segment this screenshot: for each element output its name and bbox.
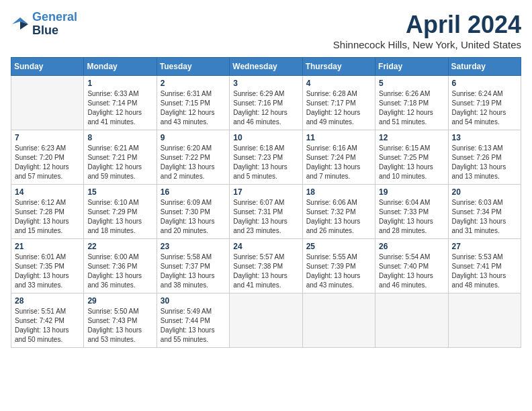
day-number: 15 — [87, 187, 152, 197]
calendar-cell: 20Sunrise: 6:03 AM Sunset: 7:34 PM Dayli… — [448, 185, 521, 239]
calendar-day-header: Sunday — [11, 58, 84, 76]
calendar-day-header: Monday — [84, 58, 157, 76]
day-info: Sunrise: 5:57 AM Sunset: 7:38 PM Dayligh… — [233, 253, 298, 290]
calendar-cell: 12Sunrise: 6:15 AM Sunset: 7:25 PM Dayli… — [375, 130, 448, 185]
day-info: Sunrise: 6:00 AM Sunset: 7:36 PM Dayligh… — [87, 253, 152, 290]
day-info: Sunrise: 6:16 AM Sunset: 7:24 PM Dayligh… — [306, 144, 371, 181]
calendar-week-row: 7Sunrise: 6:23 AM Sunset: 7:20 PM Daylig… — [11, 130, 521, 185]
day-number: 19 — [379, 187, 444, 197]
day-number: 16 — [161, 187, 226, 197]
day-info: Sunrise: 6:15 AM Sunset: 7:25 PM Dayligh… — [379, 144, 444, 181]
day-info: Sunrise: 5:55 AM Sunset: 7:39 PM Dayligh… — [306, 253, 371, 290]
day-number: 11 — [306, 133, 371, 142]
calendar-cell: 13Sunrise: 6:13 AM Sunset: 7:26 PM Dayli… — [448, 130, 521, 185]
day-info: Sunrise: 6:26 AM Sunset: 7:18 PM Dayligh… — [379, 89, 444, 127]
calendar-cell — [375, 293, 448, 348]
day-number: 2 — [161, 79, 226, 88]
calendar-week-row: 1Sunrise: 6:33 AM Sunset: 7:14 PM Daylig… — [11, 76, 521, 130]
day-info: Sunrise: 6:33 AM Sunset: 7:14 PM Dayligh… — [87, 89, 152, 127]
calendar-cell: 17Sunrise: 6:07 AM Sunset: 7:31 PM Dayli… — [230, 185, 302, 239]
day-number: 29 — [87, 296, 152, 306]
day-number: 20 — [452, 187, 517, 197]
logo-text: General Blue — [32, 11, 77, 38]
calendar-cell: 22Sunrise: 6:00 AM Sunset: 7:36 PM Dayli… — [84, 239, 157, 293]
calendar-cell: 8Sunrise: 6:21 AM Sunset: 7:21 PM Daylig… — [84, 130, 157, 185]
calendar-day-header: Wednesday — [230, 58, 302, 76]
day-info: Sunrise: 5:58 AM Sunset: 7:37 PM Dayligh… — [161, 253, 226, 290]
day-info: Sunrise: 6:31 AM Sunset: 7:15 PM Dayligh… — [161, 89, 226, 127]
day-number: 17 — [233, 187, 298, 197]
day-info: Sunrise: 5:53 AM Sunset: 7:41 PM Dayligh… — [452, 253, 517, 290]
day-info: Sunrise: 6:04 AM Sunset: 7:33 PM Dayligh… — [379, 198, 444, 236]
day-number: 8 — [87, 133, 152, 142]
calendar-day-header: Friday — [375, 58, 448, 76]
calendar-cell: 4Sunrise: 6:28 AM Sunset: 7:17 PM Daylig… — [302, 76, 375, 130]
calendar-cell: 3Sunrise: 6:29 AM Sunset: 7:16 PM Daylig… — [230, 76, 302, 130]
calendar-cell: 2Sunrise: 6:31 AM Sunset: 7:15 PM Daylig… — [157, 76, 229, 130]
day-info: Sunrise: 6:28 AM Sunset: 7:17 PM Dayligh… — [306, 89, 371, 127]
day-info: Sunrise: 6:24 AM Sunset: 7:19 PM Dayligh… — [452, 89, 517, 127]
calendar-table: SundayMondayTuesdayWednesdayThursdayFrid… — [11, 57, 521, 348]
day-info: Sunrise: 5:54 AM Sunset: 7:40 PM Dayligh… — [379, 253, 444, 290]
calendar-cell: 19Sunrise: 6:04 AM Sunset: 7:33 PM Dayli… — [375, 185, 448, 239]
calendar-cell: 27Sunrise: 5:53 AM Sunset: 7:41 PM Dayli… — [448, 239, 521, 293]
calendar-week-row: 21Sunrise: 6:01 AM Sunset: 7:35 PM Dayli… — [11, 239, 521, 293]
calendar-cell: 26Sunrise: 5:54 AM Sunset: 7:40 PM Dayli… — [375, 239, 448, 293]
calendar-cell — [11, 76, 84, 130]
day-number: 22 — [87, 242, 152, 251]
calendar-cell: 18Sunrise: 6:06 AM Sunset: 7:32 PM Dayli… — [302, 185, 375, 239]
calendar-cell: 24Sunrise: 5:57 AM Sunset: 7:38 PM Dayli… — [230, 239, 302, 293]
calendar-week-row: 28Sunrise: 5:51 AM Sunset: 7:42 PM Dayli… — [11, 293, 521, 348]
day-info: Sunrise: 5:51 AM Sunset: 7:42 PM Dayligh… — [15, 307, 80, 345]
calendar-cell: 10Sunrise: 6:18 AM Sunset: 7:23 PM Dayli… — [230, 130, 302, 185]
calendar-cell: 1Sunrise: 6:33 AM Sunset: 7:14 PM Daylig… — [84, 76, 157, 130]
day-number: 28 — [15, 296, 80, 306]
day-info: Sunrise: 6:23 AM Sunset: 7:20 PM Dayligh… — [15, 144, 80, 181]
day-info: Sunrise: 5:50 AM Sunset: 7:43 PM Dayligh… — [87, 307, 152, 345]
day-info: Sunrise: 6:06 AM Sunset: 7:32 PM Dayligh… — [306, 198, 371, 236]
calendar-cell: 15Sunrise: 6:10 AM Sunset: 7:29 PM Dayli… — [84, 185, 157, 239]
day-number: 24 — [233, 242, 298, 251]
day-number: 3 — [233, 79, 298, 88]
calendar-cell — [448, 293, 521, 348]
day-number: 5 — [379, 79, 444, 88]
calendar-cell: 25Sunrise: 5:55 AM Sunset: 7:39 PM Dayli… — [302, 239, 375, 293]
calendar-cell: 9Sunrise: 6:20 AM Sunset: 7:22 PM Daylig… — [157, 130, 229, 185]
calendar-cell: 30Sunrise: 5:49 AM Sunset: 7:44 PM Dayli… — [157, 293, 229, 348]
day-info: Sunrise: 6:12 AM Sunset: 7:28 PM Dayligh… — [15, 198, 80, 236]
day-number: 18 — [306, 187, 371, 197]
logo-icon — [11, 15, 30, 34]
calendar-cell: 29Sunrise: 5:50 AM Sunset: 7:43 PM Dayli… — [84, 293, 157, 348]
day-number: 23 — [161, 242, 226, 251]
calendar-cell: 23Sunrise: 5:58 AM Sunset: 7:37 PM Dayli… — [157, 239, 229, 293]
day-info: Sunrise: 6:03 AM Sunset: 7:34 PM Dayligh… — [452, 198, 517, 236]
calendar-day-header: Tuesday — [157, 58, 229, 76]
calendar-cell: 28Sunrise: 5:51 AM Sunset: 7:42 PM Dayli… — [11, 293, 84, 348]
day-info: Sunrise: 6:01 AM Sunset: 7:35 PM Dayligh… — [15, 253, 80, 290]
day-info: Sunrise: 6:29 AM Sunset: 7:16 PM Dayligh… — [233, 89, 298, 127]
calendar-cell: 14Sunrise: 6:12 AM Sunset: 7:28 PM Dayli… — [11, 185, 84, 239]
day-number: 1 — [87, 79, 152, 88]
day-number: 13 — [452, 133, 517, 142]
calendar-cell: 6Sunrise: 6:24 AM Sunset: 7:19 PM Daylig… — [448, 76, 521, 130]
day-number: 27 — [452, 242, 517, 251]
location-title: Shinnecock Hills, New York, United State… — [333, 39, 521, 50]
calendar-cell: 7Sunrise: 6:23 AM Sunset: 7:20 PM Daylig… — [11, 130, 84, 185]
day-info: Sunrise: 6:21 AM Sunset: 7:21 PM Dayligh… — [87, 144, 152, 181]
day-number: 26 — [379, 242, 444, 251]
day-info: Sunrise: 6:09 AM Sunset: 7:30 PM Dayligh… — [161, 198, 226, 236]
day-info: Sunrise: 6:13 AM Sunset: 7:26 PM Dayligh… — [452, 144, 517, 181]
day-info: Sunrise: 6:10 AM Sunset: 7:29 PM Dayligh… — [87, 198, 152, 236]
day-number: 10 — [233, 133, 298, 142]
day-number: 25 — [306, 242, 371, 251]
day-number: 6 — [452, 79, 517, 88]
day-number: 12 — [379, 133, 444, 142]
logo: General Blue — [11, 11, 77, 38]
day-info: Sunrise: 6:07 AM Sunset: 7:31 PM Dayligh… — [233, 198, 298, 236]
calendar-cell: 11Sunrise: 6:16 AM Sunset: 7:24 PM Dayli… — [302, 130, 375, 185]
calendar-header-row: SundayMondayTuesdayWednesdayThursdayFrid… — [11, 58, 521, 76]
calendar-cell: 16Sunrise: 6:09 AM Sunset: 7:30 PM Dayli… — [157, 185, 229, 239]
day-info: Sunrise: 6:20 AM Sunset: 7:22 PM Dayligh… — [161, 144, 226, 181]
calendar-day-header: Saturday — [448, 58, 521, 76]
day-info: Sunrise: 6:18 AM Sunset: 7:23 PM Dayligh… — [233, 144, 298, 181]
